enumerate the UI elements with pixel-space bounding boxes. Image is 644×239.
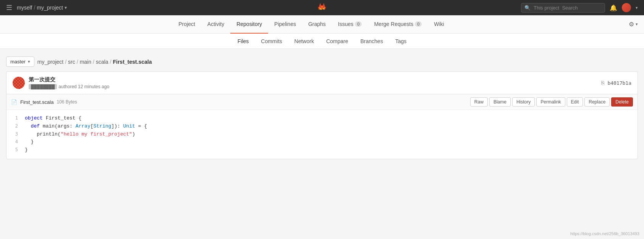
history-button[interactable]: History (512, 97, 535, 107)
navbar-right: 🔍 🔔 ▾ (521, 3, 638, 13)
nav-item-project[interactable]: Project (172, 15, 201, 34)
table-row: 4 } (6, 138, 638, 146)
file-icon: 📄 (11, 99, 17, 105)
table-row: 1 object First_test { (6, 115, 638, 123)
line-code: } (22, 138, 638, 146)
chevron-icon: ▾ (65, 5, 67, 10)
file-header: 📄 First_test.scala 106 Bytes Raw Blame H… (6, 94, 638, 110)
settings-chevron: ▾ (636, 22, 638, 27)
search-input[interactable] (534, 5, 602, 11)
line-number: 5 (6, 146, 22, 154)
nav-item-merge-requests[interactable]: Merge Requests 0 (368, 15, 428, 34)
gitlab-logo-container (316, 1, 328, 15)
commit-left: 第一次提交 ████████ authored 12 minutes ago (13, 76, 109, 89)
table-row: 2 def main(args: Array[String]): Unit = … (6, 123, 638, 131)
commit-author-name: ████████ (29, 84, 57, 89)
repo-settings-gear[interactable]: ⚙ ▾ (623, 21, 644, 28)
line-number: 4 (6, 138, 22, 146)
search-icon: 🔍 (524, 5, 531, 11)
breadcrumb-nav: myself / my_project ▾ (17, 5, 67, 11)
repo-subnav: Files Commits Network Compare Branches T… (0, 34, 644, 49)
main-nav-wrapper: Project Activity Repository Pipelines Gr… (0, 15, 644, 34)
branch-chevron-icon: ▾ (28, 59, 30, 64)
subnav-tags[interactable]: Tags (389, 34, 413, 49)
breadcrumb-user[interactable]: myself (17, 5, 32, 11)
path-current-file: First_test.scala (113, 59, 152, 65)
bell-icon[interactable]: 🔔 (610, 4, 617, 11)
breadcrumb-project[interactable]: my_project (37, 5, 63, 11)
replace-button[interactable]: Replace (584, 97, 610, 107)
nav-item-wiki[interactable]: Wiki (428, 15, 450, 34)
top-navbar: ☰ myself / my_project ▾ 🔍 🔔 ▾ (0, 0, 644, 15)
commit-avatar (13, 77, 25, 89)
file-name: First_test.scala (20, 99, 53, 105)
breadcrumb-sep: / (34, 5, 35, 11)
file-actions: Raw Blame History Permalink Edit Replace… (470, 97, 633, 107)
commit-message: 第一次提交 (29, 76, 109, 83)
subnav-compare[interactable]: Compare (320, 34, 354, 49)
line-code: } (22, 146, 638, 154)
code-table: 1 object First_test { 2 def main(args: A… (6, 115, 638, 154)
raw-button[interactable]: Raw (470, 97, 488, 107)
nav-item-pipelines[interactable]: Pipelines (268, 15, 302, 34)
issues-badge: 0 (355, 21, 362, 27)
user-avatar[interactable] (622, 3, 631, 12)
merge-badge: 0 (415, 21, 422, 27)
permalink-button[interactable]: Permalink (536, 97, 565, 107)
blame-button[interactable]: Blame (489, 97, 511, 107)
line-number: 2 (6, 123, 22, 131)
nav-item-activity[interactable]: Activity (201, 15, 230, 34)
commit-right: ⎘ b4017b1a (601, 80, 631, 86)
commit-details: 第一次提交 ████████ authored 12 minutes ago (29, 76, 109, 89)
nav-item-graphs[interactable]: Graphs (302, 15, 332, 34)
path-part-src[interactable]: src (68, 59, 75, 65)
main-nav: Project Activity Repository Pipelines Gr… (0, 15, 623, 34)
subnav-network[interactable]: Network (288, 34, 320, 49)
file-name-info: 📄 First_test.scala 106 Bytes (11, 99, 77, 105)
avatar-chevron[interactable]: ▾ (636, 5, 638, 10)
gitlab-logo (316, 1, 328, 13)
subnav-branches[interactable]: Branches (354, 34, 389, 49)
path-breadcrumb: my_project / src / main / scala / First_… (37, 59, 152, 65)
subnav-commits[interactable]: Commits (255, 34, 288, 49)
path-part-root[interactable]: my_project (37, 59, 63, 65)
search-box[interactable]: 🔍 (521, 3, 605, 13)
line-code: println("hello my first_project") (22, 131, 638, 139)
table-row: 5 } (6, 146, 638, 154)
file-size: 106 Bytes (57, 99, 77, 105)
delete-button[interactable]: Delete (611, 97, 633, 107)
copy-icon[interactable]: ⎘ (601, 80, 604, 86)
path-part-main[interactable]: main (80, 59, 91, 65)
branch-selector[interactable]: master ▾ (6, 57, 34, 67)
commit-time: authored 12 minutes ago (58, 84, 109, 89)
table-row: 3 println("hello my first_project") (6, 131, 638, 139)
hamburger-icon[interactable]: ☰ (6, 3, 12, 12)
navbar-left: ☰ myself / my_project ▾ (6, 3, 67, 12)
subnav-files[interactable]: Files (231, 34, 255, 49)
code-area: 1 object First_test { 2 def main(args: A… (6, 110, 638, 159)
path-part-scala[interactable]: scala (96, 59, 108, 65)
file-viewer: 📄 First_test.scala 106 Bytes Raw Blame H… (6, 94, 638, 159)
edit-button[interactable]: Edit (567, 97, 583, 107)
line-code: object First_test { (22, 115, 638, 123)
line-number: 3 (6, 131, 22, 139)
commit-author-line: ████████ authored 12 minutes ago (29, 84, 109, 89)
footer-url: https://blog.csdn.net/256b_36013493 (570, 231, 639, 236)
file-path-bar: master ▾ my_project / src / main / scala… (6, 57, 638, 67)
content-area: master ▾ my_project / src / main / scala… (0, 49, 644, 239)
branch-name: master (10, 59, 26, 65)
commit-hash: b4017b1a (607, 80, 631, 86)
nav-item-repository[interactable]: Repository (230, 15, 268, 34)
commit-info-box: 第一次提交 ████████ authored 12 minutes ago ⎘… (6, 71, 638, 94)
line-code: def main(args: Array[String]): Unit = { (22, 123, 638, 131)
line-number: 1 (6, 115, 22, 123)
nav-item-issues[interactable]: Issues 0 (332, 15, 368, 34)
